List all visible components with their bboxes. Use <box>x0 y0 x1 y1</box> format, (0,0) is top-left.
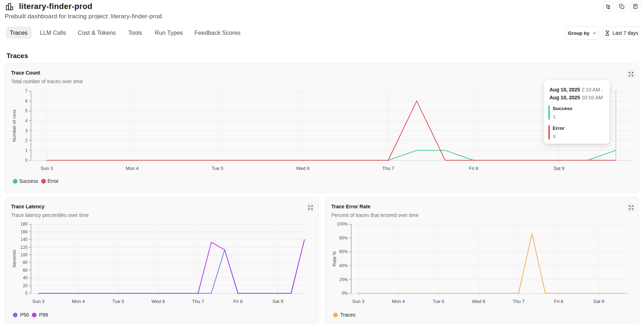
svg-text:Sun 3: Sun 3 <box>32 299 44 304</box>
svg-text:Sat 9: Sat 9 <box>273 299 283 304</box>
svg-text:Tue 5: Tue 5 <box>433 299 444 304</box>
svg-text:120: 120 <box>20 245 28 250</box>
svg-text:Wed 6: Wed 6 <box>296 166 309 171</box>
svg-text:40%: 40% <box>339 263 348 268</box>
svg-text:100: 100 <box>20 252 28 257</box>
svg-text:7: 7 <box>25 89 28 94</box>
svg-text:80%: 80% <box>339 236 348 241</box>
svg-text:Rate %: Rate % <box>332 251 337 266</box>
svg-text:Sat 9: Sat 9 <box>593 299 604 304</box>
svg-text:0: 0 <box>25 158 28 163</box>
svg-text:6: 6 <box>25 99 28 104</box>
svg-text:Sat 9: Sat 9 <box>553 166 564 171</box>
svg-text:1: 1 <box>25 148 28 153</box>
svg-text:3: 3 <box>25 128 28 133</box>
svg-text:40: 40 <box>23 275 28 280</box>
svg-text:4: 4 <box>25 118 28 123</box>
svg-text:160: 160 <box>20 229 28 234</box>
svg-text:Tue 5: Tue 5 <box>212 166 224 171</box>
svg-text:Fri 8: Fri 8 <box>554 299 563 304</box>
svg-text:60: 60 <box>23 268 28 273</box>
svg-text:Fri 8: Fri 8 <box>469 166 478 171</box>
svg-text:Wed 6: Wed 6 <box>152 299 165 304</box>
svg-text:Thu 7: Thu 7 <box>192 299 204 304</box>
svg-text:Fri 8: Fri 8 <box>233 299 242 304</box>
svg-text:Number of runs: Number of runs <box>11 109 17 142</box>
svg-text:140: 140 <box>20 237 28 242</box>
svg-text:Tue 5: Tue 5 <box>112 299 124 304</box>
svg-text:Thu 7: Thu 7 <box>513 299 524 304</box>
svg-text:Thu 7: Thu 7 <box>382 166 394 171</box>
svg-text:60%: 60% <box>339 249 348 254</box>
svg-text:Mon 4: Mon 4 <box>72 299 85 304</box>
svg-text:20%: 20% <box>339 277 348 282</box>
svg-text:0%: 0% <box>342 291 348 296</box>
svg-text:Wed 6: Wed 6 <box>472 299 485 304</box>
svg-text:5: 5 <box>25 108 28 113</box>
svg-text:20: 20 <box>23 283 28 288</box>
svg-text:0: 0 <box>25 291 28 296</box>
svg-text:2: 2 <box>25 138 28 143</box>
svg-text:Mon 4: Mon 4 <box>392 299 405 304</box>
svg-text:Mon 4: Mon 4 <box>126 166 139 171</box>
svg-text:Seconds: Seconds <box>11 250 17 268</box>
svg-text:Sun 3: Sun 3 <box>352 299 364 304</box>
svg-text:80: 80 <box>23 260 28 265</box>
svg-text:Sun 3: Sun 3 <box>41 166 53 171</box>
svg-text:100%: 100% <box>337 222 348 227</box>
svg-text:180: 180 <box>20 222 28 227</box>
